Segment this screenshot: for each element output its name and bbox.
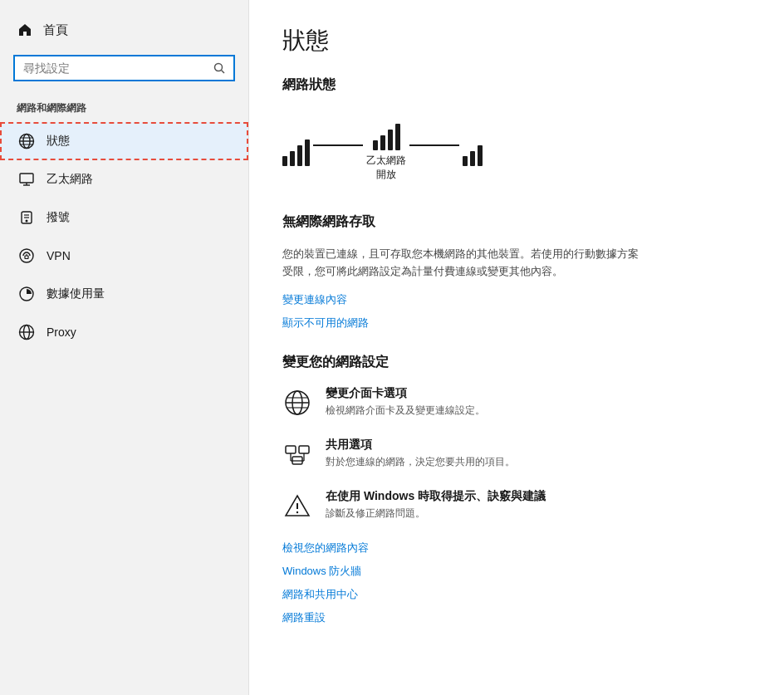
svg-rect-26 <box>286 446 296 453</box>
connector-line-1 <box>313 144 363 146</box>
settings-item-tips-text: 在使用 Windows 時取得提示、訣竅與建議 診斷及修正網路問題。 <box>326 489 546 521</box>
signal-bars-center <box>373 117 400 150</box>
settings-item-adapter-title: 變更介面卡選項 <box>326 386 485 401</box>
rbar3 <box>478 145 483 166</box>
sidebar: 首頁 網路和網際網路 狀態 <box>0 0 249 695</box>
sidebar-item-proxy-label: Proxy <box>47 325 76 339</box>
change-connection-link[interactable]: 變更連線內容 <box>282 292 751 307</box>
settings-item-sharing-text: 共用選項 對於您連線的網路，決定您要共用的項目。 <box>326 438 515 469</box>
sidebar-item-ethernet-label: 乙太網路 <box>47 172 93 187</box>
link-network-sharing-center[interactable]: 網路和共用中心 <box>282 587 751 602</box>
settings-item-adapter-text: 變更介面卡選項 檢視網路介面卡及及變更連線設定。 <box>326 386 485 418</box>
dialup-icon <box>18 209 35 226</box>
search-box[interactable] <box>13 55 235 81</box>
rbar2 <box>470 151 475 166</box>
settings-item-adapter-desc: 檢視網路介面卡及及變更連線設定。 <box>326 404 485 418</box>
rbar1 <box>463 156 468 166</box>
sidebar-item-proxy[interactable]: Proxy <box>0 313 248 351</box>
data-usage-icon <box>18 286 35 302</box>
change-section-title: 變更您的網路設定 <box>282 354 751 371</box>
bar1 <box>282 156 287 166</box>
cbar1 <box>373 140 378 150</box>
change-section: 變更您的網路設定 變更介面卡選項 檢視網路介面卡及及變更連線設定。 <box>282 354 751 521</box>
svg-line-1 <box>222 71 225 74</box>
settings-item-adapter: 變更介面卡選項 檢視網路介面卡及及變更連線設定。 <box>282 386 751 418</box>
cbar3 <box>388 130 393 150</box>
svg-point-11 <box>26 220 28 223</box>
settings-item-sharing-desc: 對於您連線的網路，決定您要共用的項目。 <box>326 455 515 469</box>
bar2 <box>290 151 295 166</box>
wireless-section: 無網際網路存取 您的裝置已連線，且可存取您本機網路的其他裝置。若使用的行動數據方… <box>282 213 751 330</box>
sidebar-item-vpn-label: VPN <box>47 249 71 262</box>
svg-rect-7 <box>20 174 33 183</box>
page-title: 狀態 <box>282 25 751 56</box>
settings-item-sharing-title: 共用選項 <box>326 438 515 453</box>
cbar4 <box>395 124 400 150</box>
sharing-icon <box>282 439 312 469</box>
settings-item-tips: 在使用 Windows 時取得提示、訣竅與建議 診斷及修正網路問題。 <box>282 489 751 521</box>
link-view-network[interactable]: 檢視您的網路內容 <box>282 541 751 556</box>
settings-item-tips-desc: 診斷及修正網路問題。 <box>326 507 546 521</box>
sidebar-home-label: 首頁 <box>43 22 68 38</box>
sidebar-item-dialup-label: 撥號 <box>47 210 70 225</box>
nav-section-title: 網路和網際網路 <box>0 95 248 122</box>
vpn-icon <box>18 247 35 264</box>
sidebar-item-status-label: 狀態 <box>47 134 70 149</box>
settings-item-sharing: 共用選項 對於您連線的網路，決定您要共用的項目。 <box>282 438 751 469</box>
svg-rect-27 <box>299 446 309 453</box>
link-windows-firewall[interactable]: Windows 防火牆 <box>282 564 751 579</box>
network-diagram: 乙太網路 開放 <box>282 109 751 190</box>
network-status-title: 網路狀態 <box>282 76 751 94</box>
search-input[interactable] <box>23 61 213 75</box>
sidebar-item-data-usage[interactable]: 數據使用量 <box>0 275 248 313</box>
settings-item-tips-title: 在使用 Windows 時取得提示、訣竅與建議 <box>326 489 546 504</box>
adapter-icon <box>282 388 312 418</box>
bar4 <box>305 139 310 166</box>
bottom-links: 檢視您的網路內容 Windows 防火牆 網路和共用中心 網路重設 <box>282 541 751 625</box>
show-unavailable-link[interactable]: 顯示不可用的網路 <box>282 316 751 330</box>
home-icon <box>17 22 33 38</box>
network-label-2: 開放 <box>376 168 396 182</box>
sidebar-home-item[interactable]: 首頁 <box>0 13 248 46</box>
sidebar-item-ethernet[interactable]: 乙太網路 <box>0 160 248 198</box>
link-network-reset[interactable]: 網路重設 <box>282 610 751 625</box>
network-center: 乙太網路 開放 <box>366 117 406 182</box>
monitor-icon <box>18 171 35 188</box>
signal-bars-right <box>463 133 483 166</box>
network-label-1: 乙太網路 <box>366 154 406 168</box>
sidebar-item-vpn[interactable]: VPN <box>0 237 248 275</box>
proxy-icon <box>18 324 35 340</box>
main-content: 狀態 網路狀態 乙太網路 開放 <box>249 0 784 695</box>
warning-icon <box>282 491 312 521</box>
wireless-section-title: 無網際網路存取 <box>282 213 751 231</box>
signal-bars-left <box>282 133 310 166</box>
svg-rect-15 <box>25 256 28 259</box>
connector-line-2 <box>409 144 459 146</box>
sidebar-item-dialup[interactable]: 撥號 <box>0 198 248 237</box>
sidebar-item-status[interactable]: 狀態 <box>0 122 248 160</box>
svg-point-0 <box>215 64 223 71</box>
search-icon <box>213 62 225 74</box>
wireless-desc: 您的裝置已連線，且可存取您本機網路的其他裝置。若使用的行動數據方案受限，您可將此… <box>282 246 648 281</box>
cbar2 <box>380 135 385 150</box>
svg-point-35 <box>296 511 298 512</box>
sidebar-item-data-usage-label: 數據使用量 <box>47 286 105 301</box>
bar3 <box>297 145 302 166</box>
globe-icon <box>18 133 35 149</box>
